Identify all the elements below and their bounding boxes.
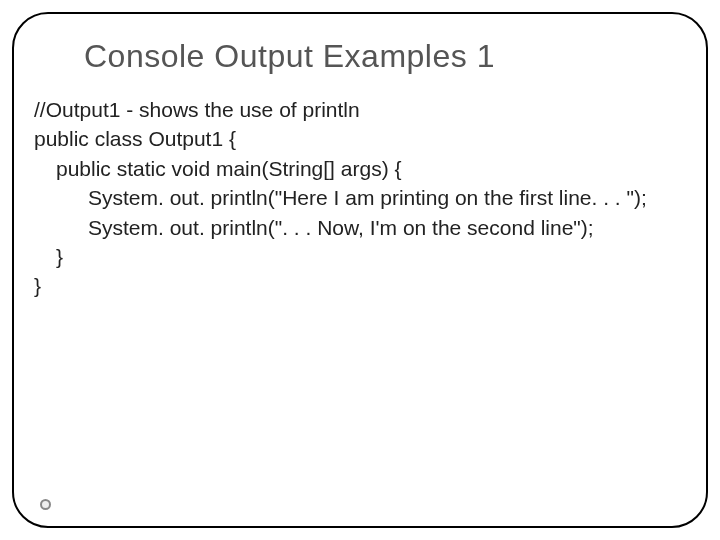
code-block: //Output1 - shows the use of println pub…: [34, 95, 686, 301]
code-line-7: }: [34, 271, 686, 300]
page-marker-icon: [40, 499, 51, 510]
code-line-3: public static void main(String[] args) {: [34, 154, 686, 183]
slide-title: Console Output Examples 1: [84, 38, 686, 75]
slide-frame: Console Output Examples 1 //Output1 - sh…: [12, 12, 708, 528]
code-line-1: //Output1 - shows the use of println: [34, 95, 686, 124]
code-line-5: System. out. println(". . . Now, I'm on …: [34, 213, 686, 242]
code-line-4: System. out. println("Here I am printing…: [34, 183, 686, 212]
code-line-2: public class Output1 {: [34, 124, 686, 153]
code-line-6: }: [34, 242, 686, 271]
